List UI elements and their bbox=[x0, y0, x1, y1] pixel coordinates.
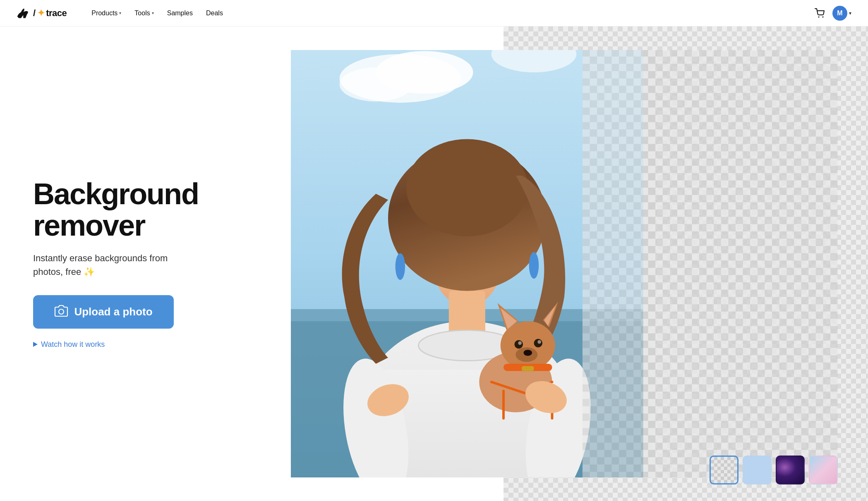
cart-icon[interactable] bbox=[814, 7, 826, 19]
nav-links: Products ▾ Tools ▾ Samples Deals bbox=[86, 6, 814, 20]
hero-photo bbox=[291, 50, 838, 477]
svg-point-12 bbox=[339, 68, 412, 102]
navbar: / ✦ trace Products ▾ Tools ▾ Samples Dea… bbox=[0, 0, 868, 26]
svg-point-2 bbox=[59, 309, 64, 314]
products-dropdown-arrow: ▾ bbox=[119, 11, 121, 15]
svg-point-42 bbox=[523, 350, 532, 356]
swatch-pink-clouds[interactable] bbox=[809, 456, 838, 484]
image-container bbox=[260, 26, 868, 501]
svg-point-0 bbox=[818, 16, 820, 17]
upload-photo-button[interactable]: Upload a photo bbox=[33, 295, 174, 329]
swatch-transparent[interactable] bbox=[710, 456, 739, 484]
svg-point-28 bbox=[406, 139, 528, 236]
swatch-galaxy[interactable] bbox=[776, 456, 805, 484]
logo-icon bbox=[17, 7, 31, 19]
camera-icon bbox=[54, 304, 68, 320]
svg-point-40 bbox=[518, 341, 522, 345]
hero-subtitle: Instantly erase backgrounds fromphotos, … bbox=[33, 251, 199, 279]
hero-section: Background remover Instantly erase backg… bbox=[0, 26, 868, 501]
nav-products[interactable]: Products ▾ bbox=[86, 6, 126, 20]
logo-slash: / bbox=[33, 8, 36, 19]
nav-samples[interactable]: Samples bbox=[162, 6, 198, 20]
user-avatar: M bbox=[832, 6, 847, 21]
nav-right: M ▾ bbox=[814, 6, 851, 21]
svg-rect-47 bbox=[583, 50, 655, 477]
swatch-light-blue[interactable] bbox=[743, 456, 772, 484]
hero-title: Background remover bbox=[33, 179, 199, 241]
nav-deals[interactable]: Deals bbox=[201, 6, 228, 20]
svg-point-1 bbox=[822, 16, 824, 17]
logo-link[interactable]: / ✦ trace bbox=[17, 7, 67, 19]
hero-image-area bbox=[260, 26, 868, 501]
hero-left: Background remover Instantly erase backg… bbox=[33, 179, 199, 348]
svg-point-29 bbox=[395, 253, 405, 280]
play-icon bbox=[33, 342, 38, 347]
swatches-container bbox=[710, 456, 838, 484]
user-dropdown[interactable]: M ▾ bbox=[832, 6, 851, 21]
logo-star: ✦ bbox=[37, 8, 45, 19]
tools-dropdown-arrow: ▾ bbox=[152, 11, 154, 15]
logo-brand: trace bbox=[46, 8, 67, 19]
user-chevron-icon: ▾ bbox=[849, 10, 851, 16]
svg-rect-44 bbox=[522, 366, 534, 371]
watch-how-it-works-link[interactable]: Watch how it works bbox=[33, 340, 199, 349]
nav-tools[interactable]: Tools ▾ bbox=[129, 6, 158, 20]
svg-point-30 bbox=[529, 252, 539, 279]
svg-point-41 bbox=[537, 340, 541, 344]
